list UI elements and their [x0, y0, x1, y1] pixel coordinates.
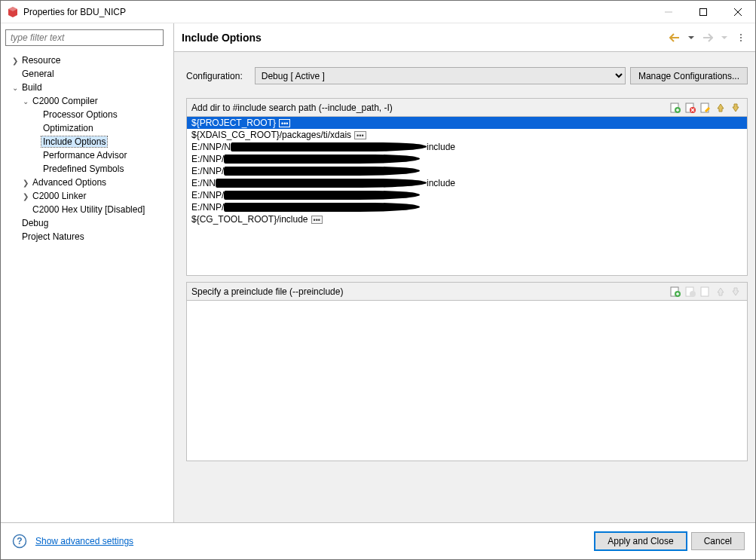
maximize-button[interactable] — [686, 1, 721, 23]
chevron-right-icon: ❯ — [23, 192, 29, 200]
tree-hex-utility[interactable]: C2000 Hex Utility [Disabled] — [5, 203, 169, 216]
move-down-button[interactable] — [729, 285, 742, 298]
tree-c2000-linker[interactable]: ❯C2000 Linker — [5, 189, 169, 203]
svg-rect-16 — [701, 287, 709, 296]
include-path-title: Add dir to #include search path (--inclu… — [191, 103, 669, 113]
chevron-down-icon: ⌄ — [12, 84, 18, 92]
chevron-right-icon: ❯ — [12, 57, 18, 65]
window-title: Properties for BDU_NICP — [23, 7, 651, 17]
svg-point-15 — [690, 291, 696, 297]
list-item[interactable]: E:/NNP/ — [187, 201, 747, 213]
chevron-right-icon: ❯ — [23, 179, 29, 187]
svg-point-5 — [740, 37, 742, 38]
tree-predefined-symbols[interactable]: Predefined Symbols — [5, 162, 169, 176]
svg-rect-1 — [700, 8, 707, 15]
include-path-panel: Add dir to #include search path (--inclu… — [186, 98, 748, 276]
tree-resource[interactable]: ❯Resource — [5, 54, 169, 67]
include-path-list[interactable]: ${PROJECT_ROOT}•••${XDAIS_CG_ROOT}/packa… — [187, 117, 747, 275]
list-item[interactable]: E:/NNinclude — [187, 177, 747, 189]
preinclude-panel: Specify a preinclude file (--preinclude) — [186, 282, 748, 461]
advanced-settings-link[interactable]: Show advanced settings — [35, 536, 590, 546]
nav-back-menu[interactable] — [684, 31, 698, 44]
configuration-row: Configuration: Debug [ Active ] Manage C… — [186, 60, 748, 98]
category-tree: ❯Resource General ⌄Build ⌄C2000 Compiler… — [5, 50, 169, 516]
nav-back-button[interactable] — [668, 31, 681, 44]
tree-optimization[interactable]: Optimization — [5, 121, 169, 135]
tree-processor-options[interactable]: Processor Options — [5, 108, 169, 121]
svg-point-6 — [740, 40, 742, 41]
nav-forward-button[interactable] — [701, 31, 715, 44]
close-button[interactable] — [721, 1, 755, 23]
tree-debug[interactable]: Debug — [5, 216, 169, 230]
preinclude-list[interactable] — [187, 301, 747, 461]
list-item[interactable]: E:/NNP/ — [187, 153, 747, 165]
tree-build[interactable]: ⌄Build — [5, 81, 169, 94]
cancel-button[interactable]: Cancel — [691, 532, 745, 550]
window-buttons — [651, 1, 755, 23]
list-item[interactable]: E:/NNP/ — [187, 165, 747, 177]
filter-input[interactable] — [5, 29, 164, 46]
minimize-button[interactable] — [651, 1, 686, 23]
tree-general[interactable]: General — [5, 67, 169, 81]
preinclude-title: Specify a preinclude file (--preinclude) — [191, 286, 669, 297]
manage-configurations-button[interactable]: Manage Configurations... — [630, 67, 748, 84]
list-item[interactable]: ${PROJECT_ROOT}••• — [187, 117, 747, 129]
tree-include-options[interactable]: Include Options — [5, 135, 169, 148]
nav-forward-menu[interactable] — [718, 31, 731, 44]
tree-project-natures[interactable]: Project Natures — [5, 230, 169, 243]
list-item[interactable]: ${CG_TOOL_ROOT}/include••• — [187, 213, 747, 225]
add-button[interactable] — [669, 101, 682, 115]
chevron-down-icon: ⌄ — [23, 97, 29, 106]
button-bar: ? Show advanced settings Apply and Close… — [1, 523, 755, 559]
tree-performance-advisor[interactable]: Performance Advisor — [5, 148, 169, 162]
main-pane: Include Options Configuration: Debug [ A… — [174, 23, 755, 523]
list-item[interactable]: ${XDAIS_CG_ROOT}/packages/ti/xdais••• — [187, 129, 747, 141]
svg-point-4 — [740, 34, 742, 35]
delete-button[interactable] — [684, 285, 697, 298]
move-up-button[interactable] — [714, 285, 727, 298]
move-up-button[interactable] — [714, 101, 727, 115]
view-menu-button[interactable] — [734, 31, 748, 44]
properties-dialog: Properties for BDU_NICP ❯Resource Genera… — [0, 0, 756, 560]
tree-advanced-options[interactable]: ❯Advanced Options — [5, 176, 169, 189]
list-item[interactable]: E:/NNP/ — [187, 189, 747, 201]
delete-button[interactable] — [684, 101, 697, 115]
apply-close-button[interactable]: Apply and Close — [595, 532, 686, 550]
help-icon[interactable]: ? — [11, 533, 28, 549]
page-title: Include Options — [182, 32, 668, 44]
move-down-button[interactable] — [729, 101, 742, 115]
add-button[interactable] — [669, 285, 682, 298]
configuration-select[interactable]: Debug [ Active ] — [255, 67, 626, 84]
list-item[interactable]: E:/NNP/Ninclude — [187, 141, 747, 153]
tree-c2000-compiler[interactable]: ⌄C2000 Compiler — [5, 94, 169, 108]
page-header: Include Options — [174, 23, 755, 52]
edit-button[interactable] — [699, 101, 712, 115]
svg-text:?: ? — [17, 536, 22, 546]
app-icon — [7, 6, 19, 18]
titlebar: Properties for BDU_NICP — [1, 1, 755, 23]
edit-button[interactable] — [699, 285, 712, 298]
sidebar: ❯Resource General ⌄Build ⌄C2000 Compiler… — [1, 23, 174, 523]
configuration-label: Configuration: — [186, 71, 243, 81]
